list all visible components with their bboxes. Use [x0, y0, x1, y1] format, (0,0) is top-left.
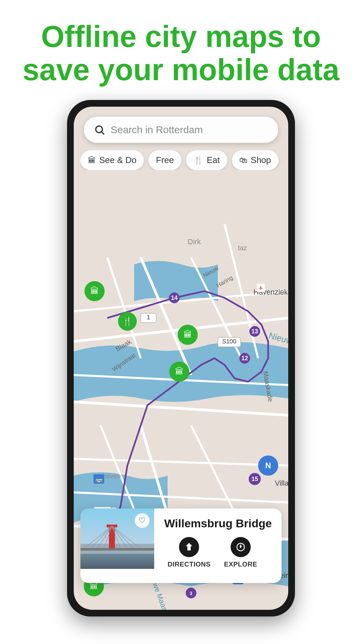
chip-shop[interactable]: 🛍 Shop	[232, 150, 279, 170]
svg-text:12: 12	[241, 355, 248, 362]
compass-indicator: N	[258, 455, 278, 476]
svg-text:+: +	[259, 284, 263, 292]
phone-screen: 14 13 12 15 1 2 3 1 S100 S106	[74, 107, 288, 610]
search-placeholder: Search in Rotterdam	[111, 124, 203, 136]
filter-chips-container: 🏛 See & Do Free 🍴 Eat 🛍 Shop ··· Other	[80, 150, 282, 170]
svg-text:3: 3	[190, 591, 192, 596]
chip-see-do-label: See & Do	[99, 155, 136, 165]
place-actions: DIRECTIONS EXPLORE	[168, 537, 274, 576]
directions-label: DIRECTIONS	[168, 560, 210, 568]
svg-text:S100: S100	[222, 338, 236, 345]
svg-text:14: 14	[171, 294, 178, 301]
see-do-icon: 🏛	[88, 156, 96, 165]
place-image: ♡	[80, 508, 154, 569]
place-info: Willemsbrug Bridge DIRECTIONS	[161, 508, 282, 583]
svg-text:🏛: 🏛	[90, 286, 99, 296]
chip-free-label: Free	[156, 155, 174, 165]
svg-text:🍴: 🍴	[122, 316, 132, 326]
eat-icon: 🍴	[193, 156, 203, 165]
svg-rect-73	[80, 552, 154, 569]
svg-text:Villa Zebra: Villa Zebra	[275, 479, 288, 487]
header-title: Offline city maps to save your mobile da…	[20, 20, 342, 87]
explore-label: EXPLORE	[224, 560, 257, 568]
search-icon	[94, 124, 105, 136]
chip-eat-label: Eat	[207, 155, 220, 165]
svg-point-89	[240, 546, 241, 548]
search-bar[interactable]: Search in Rotterdam	[84, 117, 278, 143]
svg-text:15: 15	[251, 476, 258, 482]
svg-text:Dirk: Dirk	[188, 237, 201, 246]
chip-free[interactable]: Free	[148, 150, 181, 170]
svg-line-71	[102, 132, 104, 134]
svg-text:taz: taz	[238, 244, 247, 252]
shop-icon: 🛍	[239, 156, 247, 165]
chip-eat[interactable]: 🍴 Eat	[186, 150, 227, 170]
heart-icon: ♡	[138, 516, 146, 525]
svg-text:🏛: 🏛	[175, 366, 184, 376]
svg-text:🏛: 🏛	[183, 329, 192, 339]
directions-button[interactable]: DIRECTIONS	[168, 537, 210, 568]
place-card-content: ♡ Willemsbrug Bridge DIRECTION	[80, 508, 282, 583]
phone-frame: 14 13 12 15 1 2 3 1 S100 S106	[67, 100, 295, 616]
explore-button[interactable]: EXPLORE	[224, 537, 257, 568]
svg-text:1: 1	[147, 314, 150, 321]
svg-text:🚌: 🚌	[95, 476, 103, 483]
svg-text:13: 13	[251, 328, 258, 335]
explore-icon	[231, 537, 251, 557]
chip-shop-label: Shop	[251, 155, 271, 165]
svg-rect-86	[80, 548, 154, 550]
place-name: Willemsbrug Bridge	[164, 517, 274, 530]
header-section: Offline city maps to save your mobile da…	[0, 0, 362, 100]
place-card: ♡ Willemsbrug Bridge DIRECTION	[80, 508, 282, 583]
directions-icon	[179, 537, 199, 557]
chip-see-do[interactable]: 🏛 See & Do	[80, 150, 144, 170]
favorite-button[interactable]: ♡	[135, 513, 149, 528]
